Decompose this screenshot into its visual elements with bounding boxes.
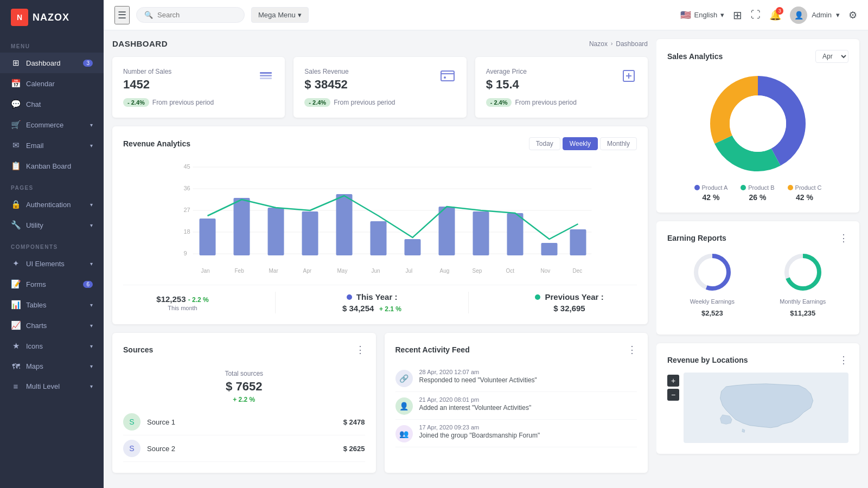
map-zoom-out[interactable]: − <box>667 389 679 401</box>
earning-header: Earning Reports ⋮ <box>667 232 848 244</box>
this-year-dot <box>347 294 352 300</box>
monthly-circle-chart <box>781 251 825 294</box>
sidebar-item-ecommerce[interactable]: 🛒 Ecommerce ▾ <box>0 114 104 135</box>
hamburger-button[interactable]: ☰ <box>114 6 130 24</box>
prev-year-dot <box>535 294 540 300</box>
activity-info: 17 Apr, 2020 09:23 am Joined the group "… <box>419 424 637 442</box>
this-month-value: $12,253 - 2.2 % <box>156 294 208 304</box>
apps-icon[interactable]: ⊞ <box>733 9 742 22</box>
ecommerce-icon: 🛒 <box>11 120 21 130</box>
sidebar-item-kanban[interactable]: 📋 Kanban Board <box>0 156 104 176</box>
monthly-earnings: Monthly Earnings $11,235 <box>780 251 826 317</box>
locations-menu-icon[interactable]: ⋮ <box>839 354 848 366</box>
period-today-button[interactable]: Today <box>529 137 560 150</box>
sidebar-item-forms[interactable]: 📝 Forms 6 <box>0 274 104 294</box>
analytics-card-header: Revenue Analytics Today Weekly Monthly <box>123 137 637 150</box>
earning-circles: Weekly Earnings $2,523 Monthly Earnings … <box>667 251 848 317</box>
sidebar-item-chat[interactable]: 💬 Chat <box>0 94 104 114</box>
donut-legend: Product A 42 % Product B 26 % <box>667 184 848 202</box>
weekly-circle-chart <box>691 251 734 294</box>
activity-menu-icon[interactable]: ⋮ <box>627 344 637 356</box>
chevron-down-icon: ▾ <box>90 222 93 228</box>
locations-header: Revenue by Locations ⋮ <box>667 354 848 366</box>
settings-icon[interactable]: ⚙ <box>848 9 857 21</box>
svg-rect-0 <box>260 72 272 74</box>
chevron-down-icon: ▾ <box>90 143 93 149</box>
sidebar-item-multi-level[interactable]: ≡ Multi Level ▾ <box>0 376 104 396</box>
chevron-down-icon: ▾ <box>90 202 93 208</box>
chevron-down-icon: ▾ <box>90 343 93 349</box>
period-monthly-button[interactable]: Monthly <box>600 137 637 150</box>
change-text: From previous period <box>334 99 395 106</box>
sources-menu-icon[interactable]: ⋮ <box>355 344 365 356</box>
svg-text:Jul: Jul <box>406 268 413 274</box>
sidebar-item-label: Dashboard <box>26 59 78 67</box>
sidebar-item-charts[interactable]: 📈 Charts ▾ <box>0 315 104 336</box>
source1-name: Source 1 <box>147 418 337 426</box>
language-selector[interactable]: 🇺🇸 English ▾ <box>680 10 725 20</box>
period-weekly-button[interactable]: Weekly <box>563 137 598 150</box>
source1-value: $ 2478 <box>343 418 365 426</box>
sidebar-item-utility[interactable]: 🔧 Utility ▾ <box>0 215 104 235</box>
chevron-down-icon: ▾ <box>836 11 840 19</box>
email-icon: ✉ <box>11 140 21 150</box>
breadcrumb-home[interactable]: Nazox <box>589 40 608 48</box>
bottom-row: Sources ⋮ Total sources $ 7652 + 2.2 % S… <box>112 333 648 473</box>
activity-avatar: 👥 <box>395 425 413 442</box>
search-box[interactable]: 🔍 <box>136 7 245 23</box>
topbar-right: 🇺🇸 English ▾ ⊞ ⛶ 🔔 3 👤 Admin ▾ ⚙ <box>680 7 858 24</box>
svg-text:45: 45 <box>184 163 190 170</box>
svg-rect-2 <box>260 78 272 79</box>
kanban-icon: 📋 <box>11 161 21 171</box>
chevron-down-icon: ▾ <box>90 363 93 369</box>
stat-card-header: Sales Revenue $ 38452 <box>304 68 455 96</box>
sidebar-item-authentication[interactable]: 🔒 Authentication ▾ <box>0 194 104 215</box>
tables-icon: 📊 <box>11 300 21 310</box>
sidebar-item-maps[interactable]: 🗺 Maps ▾ <box>0 356 104 376</box>
sidebar-item-dashboard[interactable]: ⊞ Dashboard 3 <box>0 53 104 73</box>
earning-menu-icon[interactable]: ⋮ <box>839 232 848 244</box>
sales-analytics-title: Sales Analytics <box>667 52 723 61</box>
search-icon: 🔍 <box>144 11 153 19</box>
stat-card-sales: Number of Sales 1452 - 2.4% From previou… <box>112 57 285 118</box>
sidebar-item-email[interactable]: ✉ Email ▾ <box>0 135 104 156</box>
sidebar-item-tables[interactable]: 📊 Tables ▾ <box>0 294 104 315</box>
sidebar-item-ui-elements[interactable]: ✦ UI Elements ▾ <box>0 253 104 274</box>
this-year-change: + 2.1 % <box>379 305 401 313</box>
notifications-icon[interactable]: 🔔 3 <box>769 9 781 21</box>
prev-year-value: $ 32,695 <box>553 304 585 313</box>
earning-title: Earning Reports <box>667 234 726 242</box>
fullscreen-icon[interactable]: ⛶ <box>751 9 761 21</box>
utility-icon: 🔧 <box>11 220 21 230</box>
sidebar-item-label: Ecommerce <box>26 121 85 129</box>
legend-label-a: Product A <box>694 184 728 191</box>
sidebar-item-label: Calendar <box>26 80 93 88</box>
notification-badge: 3 <box>776 7 783 15</box>
sidebar-item-label: Tables <box>26 301 85 309</box>
sidebar-item-calendar[interactable]: 📅 Calendar <box>0 73 104 94</box>
weekly-earnings-label: Weekly Earnings <box>690 298 735 305</box>
activity-info: 21 Apr, 2020 08:01 pm Added an interest … <box>419 396 637 415</box>
monthly-earnings-value: $11,235 <box>790 309 815 317</box>
prev-year-header: Previous Year : <box>535 292 603 301</box>
prev-year-stat: Previous Year : $ 32,695 <box>535 292 603 313</box>
sidebar-item-label: Maps <box>26 362 85 370</box>
mega-menu-button[interactable]: Mega Menu ▾ <box>251 7 309 23</box>
change-badge: - 2.4% <box>304 98 330 107</box>
svg-text:Feb: Feb <box>235 268 245 274</box>
icons-icon: ★ <box>11 341 21 351</box>
search-input[interactable] <box>157 11 228 19</box>
stat-value: 1452 <box>123 78 171 92</box>
this-month-stat: $12,253 - 2.2 % This month <box>156 294 208 311</box>
chevron-down-icon: ▾ <box>90 323 93 329</box>
admin-menu[interactable]: 👤 Admin ▾ <box>790 7 840 24</box>
menu-section-label: MENU <box>0 35 104 53</box>
map-zoom-in[interactable]: + <box>667 375 679 387</box>
logo: N NAZOX <box>0 0 104 35</box>
legend-product-c: Product C 42 % <box>788 184 822 202</box>
sidebar-item-icons[interactable]: ★ Icons ▾ <box>0 336 104 356</box>
month-selector[interactable]: AprJanFebMar MayJun <box>815 50 848 63</box>
sidebar-item-label: Utility <box>26 221 85 229</box>
donut-chart <box>704 69 812 178</box>
activity-item: 👤 21 Apr, 2020 08:01 pm Added an interes… <box>395 392 637 420</box>
